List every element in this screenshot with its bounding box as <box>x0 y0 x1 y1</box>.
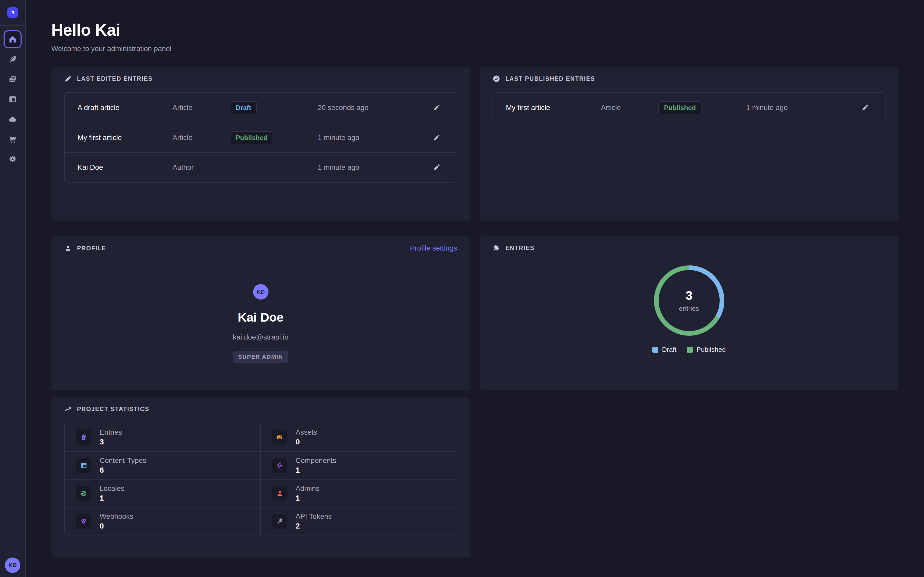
pencil-icon <box>433 164 440 171</box>
edit-entry-button[interactable] <box>430 160 444 175</box>
pencil-icon <box>861 104 869 111</box>
panel-title-entries: ENTRIES <box>506 245 535 251</box>
status-badge: Published <box>658 101 701 114</box>
table-row[interactable]: A draft article Article Draft 20 seconds… <box>65 93 457 122</box>
sidebar: KD <box>0 0 26 577</box>
sidebar-item-home[interactable] <box>3 30 21 48</box>
stat-components: Components 1 <box>261 451 457 479</box>
status-empty: - <box>230 163 318 172</box>
entry-name: Kai Doe <box>78 163 173 172</box>
stats-table: Entries 3 Assets 0 <box>64 422 457 535</box>
profile-settings-link[interactable]: Profile settings <box>410 244 457 252</box>
entry-kind: Article <box>173 103 230 112</box>
stat-label: Admins <box>296 484 320 493</box>
table-row[interactable]: Kai Doe Author - 1 minute ago <box>65 152 457 182</box>
last-published-entries-panel: LAST PUBLISHED ENTRIES My first article … <box>480 67 898 221</box>
entry-time: 1 minute ago <box>318 134 430 142</box>
edit-entry-button[interactable] <box>858 100 872 115</box>
profile-name: Kai Doe <box>237 310 284 324</box>
user-menu-avatar[interactable]: KD <box>5 558 20 573</box>
webhook-icon <box>76 514 91 529</box>
stat-admins: Admins 1 <box>261 479 457 507</box>
sidebar-footer: KD <box>0 553 25 577</box>
pencil-icon <box>64 75 72 82</box>
components-icon <box>272 458 288 473</box>
profile-email: kai.doe@strapi.io <box>233 333 289 341</box>
table-row[interactable]: My first article Article Published 1 min… <box>493 93 885 122</box>
panel-title-last-published: LAST PUBLISHED ENTRIES <box>506 76 595 82</box>
legend-label: Draft <box>662 346 676 354</box>
legend-item-published: Published <box>687 346 726 354</box>
key-icon <box>272 514 288 529</box>
check-circle-icon <box>493 75 500 82</box>
stat-label: Content-Types <box>100 456 146 465</box>
cart-icon <box>8 135 17 143</box>
donut-center-label: entries <box>679 305 699 313</box>
main-content: Hello Kai Welcome to your administration… <box>26 0 924 577</box>
puzzle-icon <box>493 244 500 252</box>
stat-webhooks: Webhooks 0 <box>65 507 261 535</box>
chart-legend: Draft Published <box>652 346 726 354</box>
feather-icon <box>8 55 17 64</box>
cloud-icon <box>8 115 17 124</box>
stat-label: Components <box>296 456 336 465</box>
sidebar-item-settings[interactable] <box>3 150 21 168</box>
user-icon <box>64 244 72 252</box>
images-icon <box>8 75 17 84</box>
sidebar-footer-divider <box>0 553 25 553</box>
entry-kind: Article <box>601 103 658 112</box>
stat-assets: Assets 0 <box>261 423 457 451</box>
entries-donut-chart: 3 entries Draft Published <box>493 252 885 354</box>
strapi-admin-app: KD Hello Kai Welcome to your administrat… <box>0 0 924 577</box>
table-row[interactable]: My first article Article Published 1 min… <box>65 122 457 152</box>
status-badge: Draft <box>230 101 257 114</box>
sidebar-divider <box>0 25 25 26</box>
page-subtitle: Welcome to your administration panel <box>51 45 898 53</box>
last-published-table: My first article Article Published 1 min… <box>493 92 885 123</box>
project-statistics-panel: PROJECT STATISTICS Entries 3 <box>51 398 470 558</box>
entry-name: My first article <box>506 103 601 112</box>
stat-api-tokens: API Tokens 2 <box>261 507 457 535</box>
sidebar-item-media-library[interactable] <box>3 70 21 88</box>
last-edited-table: A draft article Article Draft 20 seconds… <box>64 92 457 182</box>
sidebar-item-deploy-cloud[interactable] <box>3 110 21 128</box>
gear-icon <box>8 155 17 164</box>
page-title: Hello Kai <box>51 21 898 39</box>
stat-value: 1 <box>296 466 336 474</box>
documents-icon <box>76 430 91 445</box>
legend-label: Published <box>696 346 726 354</box>
panel-title-profile: PROFILE <box>77 245 106 252</box>
entry-time: 1 minute ago <box>746 103 858 112</box>
edit-entry-button[interactable] <box>430 131 444 145</box>
donut-center-value: 3 <box>686 288 693 303</box>
stat-value: 0 <box>100 522 134 530</box>
strapi-logo-icon <box>9 9 16 16</box>
stat-entries: Entries 3 <box>65 423 261 451</box>
sidebar-item-content-type-builder[interactable] <box>3 90 21 108</box>
entry-name: My first article <box>78 134 173 142</box>
entry-name: A draft article <box>78 103 173 112</box>
stat-value: 1 <box>100 494 124 502</box>
edit-entry-button[interactable] <box>430 100 444 115</box>
avatar: KD <box>253 284 268 300</box>
stat-value: 3 <box>100 437 122 446</box>
draft-swatch <box>652 347 658 353</box>
stat-label: API Tokens <box>296 513 332 521</box>
sidebar-item-content-manager[interactable] <box>3 50 21 68</box>
stat-label: Entries <box>100 428 122 437</box>
sidebar-item-marketplace[interactable] <box>3 130 21 148</box>
trend-up-icon <box>64 405 72 413</box>
person-icon <box>272 486 288 501</box>
panel-title-last-edited: LAST EDITED ENTRIES <box>77 76 153 82</box>
panel-title-project-statistics: PROJECT STATISTICS <box>77 406 149 413</box>
pencil-icon <box>433 104 440 111</box>
strapi-logo[interactable] <box>7 7 18 18</box>
role-badge: SUPER ADMIN <box>233 351 288 363</box>
legend-item-draft: Draft <box>652 346 676 354</box>
entry-time: 20 seconds ago <box>318 103 430 112</box>
pictures-icon <box>272 430 288 445</box>
stat-content-types: Content-Types 6 <box>65 451 261 479</box>
stat-value: 2 <box>296 522 332 530</box>
entry-time: 1 minute ago <box>318 163 430 172</box>
stat-label: Assets <box>296 428 317 437</box>
